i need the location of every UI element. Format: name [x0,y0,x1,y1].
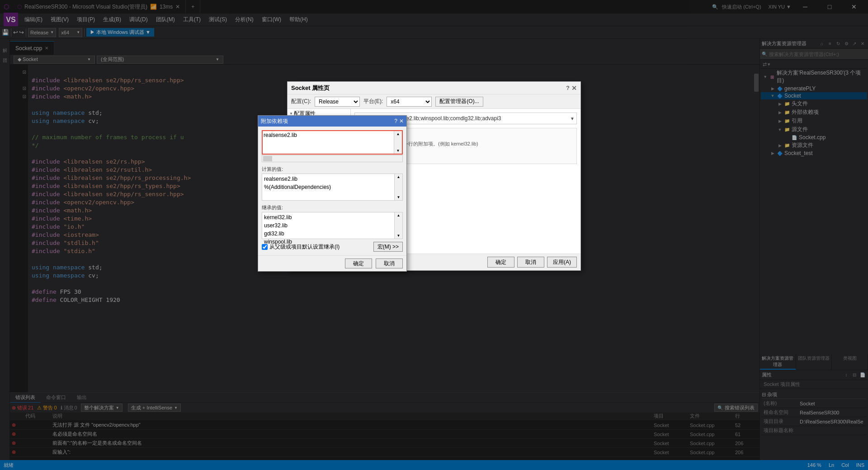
sub-dialog-title: 附加依赖项 [261,118,288,125]
horiz-scrollbar[interactable] [262,155,403,162]
inherit-content: kernel32.lib user32.lib gdi32.lib winspo… [262,212,402,247]
horiz-scroll-thumb[interactable] [263,156,272,161]
platform-label: 平台(E): [363,98,383,105]
prop-dialog-header: Socket 属性页 ? ✕ [288,82,580,94]
modal-overlay: Socket 属性页 ? ✕ 配置(C): Release 平台(E): x64… [0,0,868,470]
scroll-down-btn[interactable]: ▼ [394,148,402,154]
inherit-line-1: kernel32.lib [264,213,401,221]
sub-dialog-content: realsense2.lib ▲ ▼ 计算的值: realsense2.lib … [258,127,406,255]
sub-dialog-footer: 确定 取消 [258,255,406,271]
config-select[interactable]: Release [315,97,360,107]
sub-cancel-btn[interactable]: 取消 [376,258,403,268]
prop-dialog-title: Socket 属性页 [291,84,330,92]
inherit-line-3: gdi32.lib [264,230,401,238]
input-scrollbar[interactable]: ▲ ▼ [394,131,402,154]
prop-dialog-help-icon[interactable]: ? [566,85,570,92]
prop-dialog-close-btn[interactable]: ✕ [571,85,577,92]
eval-container: realsense2.lib %(AdditionalDependencies)… [262,174,403,201]
prop-apply-btn[interactable]: 应用(A) [547,257,577,268]
prop-cancel-btn[interactable]: 取消 [517,257,544,268]
sub-dialog-header: 附加依赖项 ? ✕ [258,116,406,127]
inherit-scrollbar[interactable]: ▲ ▼ [394,212,402,239]
eval-section: 计算的值: realsense2.lib %(AdditionalDepende… [262,166,403,201]
inherit-container: kernel32.lib user32.lib gdi32.lib winspo… [262,212,403,239]
sub-dialog-help-btn[interactable]: ? [394,118,397,124]
platform-select[interactable]: x64 [387,97,432,107]
additional-deps-input[interactable]: realsense2.lib [263,131,394,154]
inherit-scroll-up[interactable]: ▲ [395,212,402,218]
scroll-up-btn[interactable]: ▲ [394,131,402,137]
eval-scroll-track [395,180,402,194]
additional-deps-value: realsense2.lib;winspool.lib;comdlg32.lib… [386,115,568,122]
eval-scroll-up[interactable]: ▲ [395,174,402,180]
sub-ok-btn[interactable]: 确定 [345,258,372,268]
eval-line-2: %(AdditionalDependencies) [264,183,401,191]
inherit-line-4: winspool.lib [264,238,401,246]
additional-deps-dialog: 附加依赖项 ? ✕ realsense2.lib ▲ ▼ 计算的值: reals… [258,115,407,272]
eval-scrollbar[interactable]: ▲ ▼ [394,174,402,200]
eval-line-1: realsense2.lib [264,175,401,183]
inherit-scroll-down[interactable]: ▼ [395,233,402,239]
input-container: realsense2.lib ▲ ▼ [262,130,403,155]
config-bar: 配置(C): Release 平台(E): x64 配置管理器(O)... [288,94,580,109]
sub-dialog-header-btns: ? ✕ [394,118,404,124]
scroll-track [394,137,402,148]
sub-dialog-close-btn[interactable]: ✕ [399,118,404,124]
inherit-label: 继承的值: [262,204,403,211]
config-manager-btn[interactable]: 配置管理器(O)... [435,97,483,107]
inherit-scroll-track [395,218,402,233]
inherit-line-2: user32.lib [264,221,401,230]
config-label: 配置(C): [291,98,311,105]
additional-deps-dropdown-icon[interactable]: ▼ [570,116,575,121]
prop-dialog-header-btns: ? ✕ [566,85,577,92]
eval-scroll-down[interactable]: ▼ [395,194,402,200]
prop-ok-btn[interactable]: 确定 [487,257,514,268]
eval-label: 计算的值: [262,166,403,173]
eval-content: realsense2.lib %(AdditionalDependencies) [262,174,402,192]
inherit-section: 继承的值: kernel32.lib user32.lib gdi32.lib … [262,204,403,239]
